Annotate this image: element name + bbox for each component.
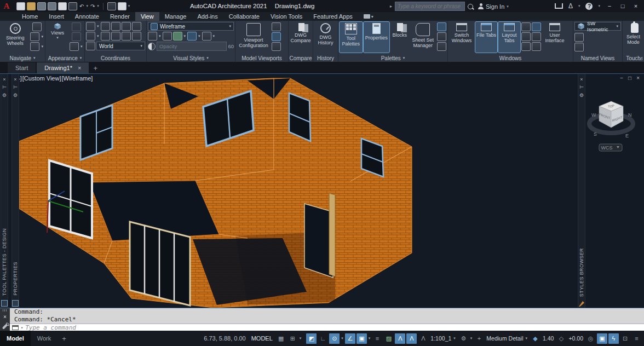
occluded-edges-icon[interactable] bbox=[202, 32, 211, 41]
command-history[interactable]: Command: Command: *Cancel* bbox=[10, 308, 644, 324]
tile-horizontally-icon[interactable] bbox=[521, 22, 531, 31]
help-icon[interactable]: ? bbox=[585, 3, 593, 10]
new-drawing-tab-button[interactable]: + bbox=[93, 64, 97, 73]
ucs-previous-icon[interactable] bbox=[122, 22, 131, 31]
blocks-button[interactable]: Blocks bbox=[390, 22, 409, 53]
tool-palettes-titlebar[interactable]: × ⊢ ⚙ TOOL PALETTES - DESIGN bbox=[1, 74, 8, 308]
isolate-objects-toggle[interactable]: ◎ bbox=[585, 333, 596, 344]
infer-constraints-toggle[interactable]: ◩ bbox=[306, 333, 317, 344]
properties-toggle-icon[interactable] bbox=[118, 2, 127, 10]
face-style-icon[interactable] bbox=[148, 32, 157, 41]
panel-label-appearance[interactable]: Appearance▾ bbox=[45, 54, 84, 62]
ribbon-display-toggle[interactable]: ▾ bbox=[364, 12, 373, 21]
isometric-drafting-toggle[interactable]: ∠ bbox=[345, 333, 355, 344]
ucs-dropdown-icon[interactable]: ▾ bbox=[97, 24, 99, 28]
command-line-palette-icon[interactable] bbox=[437, 22, 446, 31]
tab-addins[interactable]: Add-ins bbox=[192, 12, 223, 21]
viewcube-cube[interactable]: TOP FRONT RIGHT bbox=[599, 101, 623, 128]
osnap-dropdown-icon[interactable]: ▾ bbox=[369, 336, 371, 341]
viewport-configuration-button[interactable]: Viewport Configuration bbox=[237, 22, 271, 53]
tool-palettes-close-icon[interactable]: × bbox=[3, 76, 5, 83]
clipboard-icon[interactable] bbox=[532, 42, 541, 51]
edge-effects-dropdown-icon[interactable]: ▾ bbox=[198, 34, 200, 38]
dwg-history-button[interactable]: DWG History bbox=[314, 22, 337, 53]
snap-dropdown-icon[interactable]: ▾ bbox=[300, 336, 302, 341]
styles-browser-close-icon[interactable]: × bbox=[580, 76, 583, 83]
wcs-dropdown[interactable]: WCS bbox=[599, 144, 622, 151]
hide-objects-icon[interactable] bbox=[70, 42, 79, 51]
clean-screen-toggle[interactable]: ⊡ bbox=[620, 333, 630, 344]
print-icon[interactable] bbox=[68, 2, 77, 10]
model-space-toggle[interactable]: MODEL bbox=[251, 335, 273, 342]
viewport-view-menu[interactable]: [Custom View] bbox=[22, 75, 61, 82]
annotation-visibility-toggle[interactable]: Λ bbox=[395, 333, 405, 344]
cascade-icon[interactable] bbox=[521, 42, 531, 51]
file-tab-close-icon[interactable]: × bbox=[78, 65, 81, 71]
switch-windows-button[interactable]: Switch Windows bbox=[449, 22, 474, 53]
opacity-slider[interactable]: Opacity bbox=[157, 42, 227, 51]
layout-tab-model[interactable]: Model bbox=[0, 331, 31, 346]
shadow-icon[interactable] bbox=[163, 32, 172, 41]
properties-button[interactable]: Properties bbox=[364, 22, 389, 53]
elevation-value[interactable]: +0.00 bbox=[568, 335, 583, 342]
drawing-close-icon[interactable]: × bbox=[636, 75, 640, 81]
drawing-restore-icon[interactable]: □ bbox=[628, 75, 631, 81]
styles-browser-properties-icon[interactable]: ⚙ bbox=[579, 91, 584, 99]
calculator-icon[interactable] bbox=[532, 32, 541, 41]
sheet-set-manager-button[interactable]: Sheet Set Manager bbox=[410, 22, 436, 53]
save-icon[interactable] bbox=[37, 2, 46, 10]
windows-launcher-icon[interactable]: ◿ bbox=[639, 56, 642, 61]
pan-icon[interactable] bbox=[32, 22, 42, 31]
tile-vertically-icon[interactable] bbox=[521, 32, 531, 41]
save-as-icon[interactable] bbox=[48, 2, 56, 10]
tab-view[interactable]: View bbox=[135, 12, 159, 21]
ucs-world-icon[interactable] bbox=[101, 22, 110, 31]
undo-dropdown-icon[interactable]: ▾ bbox=[86, 4, 88, 8]
command-recent-dropdown-icon[interactable]: ▾ bbox=[21, 326, 23, 330]
ucs-z-axis-icon[interactable] bbox=[122, 32, 131, 41]
select-mode-button[interactable]: Select Mode bbox=[624, 22, 643, 53]
open-file-icon[interactable] bbox=[27, 2, 36, 10]
edge-effects-icon[interactable] bbox=[187, 32, 197, 41]
ucs-named-dropdown-icon[interactable]: ▾ bbox=[97, 34, 99, 38]
command-customize-wrench-icon[interactable] bbox=[2, 324, 8, 330]
qat-customize-dropdown-icon[interactable]: ▾ bbox=[128, 4, 130, 8]
face-style-dropdown-icon[interactable]: ▾ bbox=[159, 34, 161, 38]
panel-label-visual-styles[interactable]: Visual Styles▾◿ bbox=[147, 54, 235, 62]
cutplane-icon[interactable]: ◆ bbox=[530, 333, 540, 344]
help-dropdown-icon[interactable]: ▾ bbox=[598, 4, 600, 8]
polar-dropdown-icon[interactable]: ▾ bbox=[341, 336, 343, 341]
workspace-icon[interactable] bbox=[107, 2, 116, 10]
ucs-current-dropdown[interactable]: World ▾ bbox=[96, 42, 145, 50]
panel-label-navigate[interactable]: Navigate▾ bbox=[0, 54, 45, 62]
orbit-icon[interactable] bbox=[30, 32, 39, 41]
compass-south[interactable]: S bbox=[594, 131, 597, 137]
restore-viewports-icon[interactable] bbox=[272, 42, 281, 51]
window-upper-right[interactable] bbox=[289, 93, 311, 141]
file-tabs-button[interactable]: File Tabs bbox=[475, 22, 497, 53]
join-viewports-icon[interactable] bbox=[272, 32, 281, 41]
edge-color-icon[interactable] bbox=[173, 32, 182, 41]
redo-icon[interactable]: ↷ bbox=[90, 3, 95, 9]
ucs-named-icon[interactable] bbox=[86, 32, 95, 41]
layout-tabs-button[interactable]: Layout Tabs bbox=[498, 22, 520, 53]
autocad-logo-icon[interactable]: A bbox=[1, 1, 12, 11]
file-tab-start[interactable]: Start bbox=[8, 62, 36, 73]
object-snap-toggle[interactable]: ▣ bbox=[357, 333, 367, 344]
annotation-scale-icon[interactable]: Λ bbox=[418, 333, 428, 344]
ucs-view-icon[interactable] bbox=[111, 32, 120, 41]
views-button[interactable]: Views ▾ bbox=[47, 22, 68, 53]
customization-menu-button[interactable]: ≡ bbox=[631, 333, 642, 344]
tab-vision-tools[interactable]: Vision Tools bbox=[265, 12, 308, 21]
autoscale-toggle[interactable]: Λ bbox=[406, 333, 417, 344]
tab-collaborate[interactable]: Collaborate bbox=[223, 12, 265, 21]
properties-properties-icon[interactable]: ⚙ bbox=[13, 91, 18, 99]
viewcube-top-face[interactable]: TOP bbox=[608, 105, 615, 108]
transparency-toggle[interactable]: ▨ bbox=[383, 333, 394, 344]
viewport-clip-icon[interactable] bbox=[72, 32, 81, 41]
workspace-switching-gear[interactable]: ⚙ bbox=[458, 333, 469, 344]
sign-in-button[interactable]: Sign In ▾ bbox=[478, 3, 509, 10]
ucs-face-icon[interactable] bbox=[132, 22, 141, 31]
new-layout-button[interactable]: + bbox=[58, 335, 71, 343]
file-tab-drawing1[interactable]: Drawing1* × bbox=[37, 62, 89, 73]
